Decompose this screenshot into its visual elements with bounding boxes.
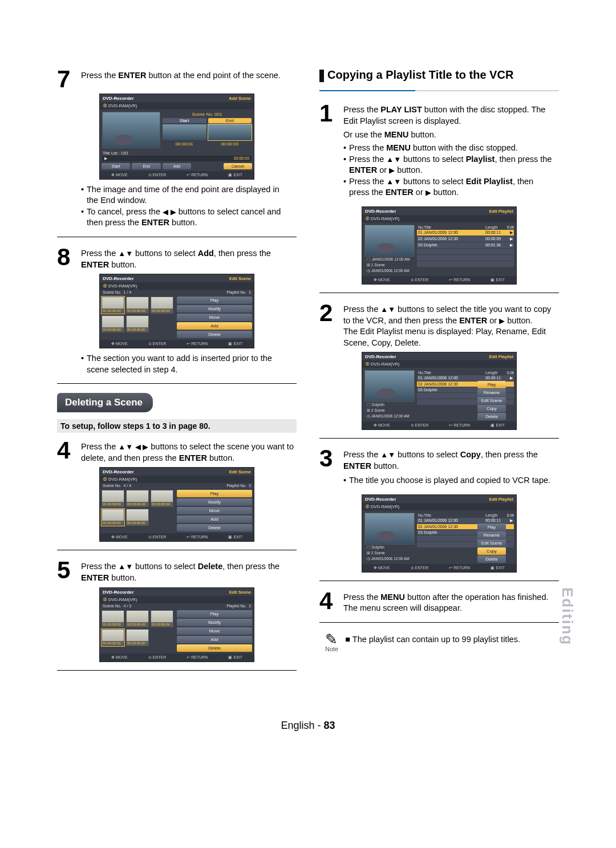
step-number: 4 [57, 440, 75, 464]
playlist-no-label: Playlist No. [226, 290, 246, 294]
ui-edit-scene-add: DVD-RecorderEdit Scene ⦿ DVD-RAM(VR) Sce… [99, 274, 254, 348]
accent-divider [319, 90, 559, 91]
scene-thumb: 01 00:00:03 [102, 610, 124, 627]
side-delete: Delete [177, 644, 252, 652]
foot-move: ✥ MOVE [111, 342, 128, 346]
step-number: 1 [319, 103, 338, 127]
bullet-text: Press the ▲▼ buttons to select Playlist,… [349, 154, 553, 176]
step-2-copy: 2 Press the ▲▼ buttons to select the tit… [319, 302, 559, 348]
scene-thumb: 04 00:00:03 [102, 629, 124, 646]
ui-title: DVD-Recorder [103, 96, 134, 101]
ui-edit-playlist: DVD-RecorderEdit Playlist ⦿ DVD-RAM(VR) … [362, 206, 517, 285]
list-row: 01JAN/01/2006 12:0000:00:11▶ [417, 230, 514, 236]
step-text: Press the ENTER button at the end point … [81, 68, 281, 90]
preview-thumb [364, 225, 415, 257]
ui-disc: DVD-RAM(VR) [108, 477, 137, 482]
foot-return: ↩ RETURN [187, 173, 208, 177]
list-row: 01JAN/01/2006 12:0000:00:11▶ [417, 375, 514, 381]
thumb-label: 02 00:00:42 [127, 309, 148, 313]
step-number: 5 [57, 559, 75, 583]
side-add: Add [177, 516, 252, 523]
ui-mode: Edit Playlist [489, 209, 513, 214]
ui-mode: Edit Scene [229, 590, 251, 595]
note-label: Note [325, 646, 338, 652]
popup-delete: Delete [477, 555, 506, 563]
popup-copy: Copy [477, 405, 506, 412]
scene-thumb: 04 00:00:03 [102, 509, 124, 526]
scene-thumb: 03 00:00:04 [151, 610, 173, 627]
note-text: ■ The playlist can contain up to 99 play… [345, 634, 520, 646]
list-row [417, 249, 514, 254]
ui-edit-playlist-copy: DVD-RecorderEdit Playlist ⦿ DVD-RAM(VR) … [362, 494, 517, 573]
right-column: Copying a Playlist Title to the VCR 1 Pr… [319, 68, 559, 680]
ui-disc: DVD-RAM(VR) [108, 283, 137, 289]
popup-editscene: Edit Scene [477, 397, 506, 404]
step-3-copy: 3 Press the ▲▼ buttons to select Copy, t… [319, 448, 559, 472]
thumb-label: 05 00:00:00 [127, 327, 148, 332]
scene-thumb: 03 00:00:04 [151, 297, 173, 314]
meta-date: JAN/01/2006 12:00 AM [372, 257, 410, 261]
popup-editscene: Edit Scene [477, 539, 506, 547]
start-time: 00:00:01 [163, 141, 206, 147]
ui-title: DVD-Recorder [103, 590, 134, 595]
setup-note: To setup, follow steps 1 to 3 in page 80… [57, 419, 297, 433]
bar-time: 00:00:03 [234, 156, 249, 161]
scene-thumb: 01 00:00:03 [102, 297, 124, 314]
popup-copy: Copy [477, 547, 506, 555]
foot-return: ↩ RETURN [187, 342, 208, 346]
list-row [417, 261, 514, 267]
heading-text: Copying a Playlist Title to the VCR [327, 68, 513, 82]
step-text: Press the ▲▼ buttons to select Add, then… [81, 246, 297, 270]
step-8: 8 Press the ▲▼ buttons to select Add, th… [57, 246, 297, 270]
note-block: ✎ Note ■ The playlist can contain up to … [319, 634, 559, 652]
play-icon: ▶ [104, 156, 107, 161]
bullet-text: To cancel, press the ◀ ▶ buttons to sele… [87, 206, 291, 229]
step-5-delete: 5 Press the ▲▼ buttons to select Delete,… [57, 559, 297, 583]
step-number: 7 [57, 68, 75, 90]
btn-cancel: Cancel [224, 163, 252, 169]
divider [319, 438, 559, 439]
divider [57, 670, 297, 671]
scene-no-value: 1 / 4 [124, 290, 132, 294]
end-thumb [208, 124, 252, 140]
ui-title: DVD-Recorder [103, 276, 134, 281]
side-play: Play [177, 490, 252, 497]
section-heading: Copying a Playlist Title to the VCR [319, 68, 559, 82]
step-number: 2 [319, 302, 338, 348]
scene-no-label: Scene No. [103, 290, 121, 294]
list-row: 02JAN/01/2006 12:3000:00:09▶ [417, 236, 514, 242]
popup-rename: Rename [477, 389, 506, 396]
list-row [417, 255, 514, 261]
ui-title: DVD-Recorder [103, 469, 134, 474]
start-thumb [163, 124, 206, 140]
ui-title: DVD-Recorder [365, 209, 396, 214]
step-4-delete: 4 Press the ▲▼ ◀ ▶ buttons to select the… [57, 440, 297, 464]
side-move: Move [177, 507, 252, 514]
divider [319, 581, 559, 581]
step-number: 4 [319, 590, 338, 614]
footer-lang: English - [281, 720, 323, 731]
meta-scene: 1 Scene [371, 263, 385, 267]
scene-thumb: 05 00:00:00 [126, 629, 149, 646]
preview-thumb [364, 513, 415, 545]
bullet-text: The section you want to add is inserted … [87, 353, 291, 375]
popup-play: Play [477, 381, 506, 388]
step-7: 7 Press the ENTER button at the end poin… [57, 68, 297, 90]
ui-edit-playlist-menu: DVD-RecorderEdit Playlist ⦿ DVD-RAM(VR) … [362, 352, 517, 430]
ui-disc: DVD-RAM(VR) [371, 216, 399, 221]
step-text: Press the ▲▼ buttons to select the title… [343, 302, 559, 348]
btn-add: Add [163, 163, 191, 169]
ui-edit-scene-select: DVD-RecorderEdit Scene ⦿ DVD-RAM(VR) Sce… [99, 467, 254, 542]
scene-thumb: 01 00:00:03 [102, 490, 124, 507]
step7-bullets: •The image and time of the end point are… [57, 184, 297, 229]
step-text: Press the MENU button after the operatio… [343, 590, 559, 614]
foot-exit: ▣ EXIT [228, 342, 242, 346]
ui-mode: Add Scene [229, 96, 251, 101]
step-text: Press the ▲▼ buttons to select Copy, the… [343, 448, 559, 472]
step-1-copy: 1 Press the PLAY LIST button with the di… [319, 103, 559, 127]
step-text: Press the ▲▼ ◀ ▶ buttons to select the s… [81, 440, 297, 464]
end-time: 00:00:03 [208, 141, 252, 147]
step1-bullets: •Press the MENU button with the disc sto… [319, 143, 559, 198]
step-text: Press the PLAY LIST button with the disc… [343, 103, 559, 127]
foot-enter: ⊙ ENTER [148, 342, 167, 346]
